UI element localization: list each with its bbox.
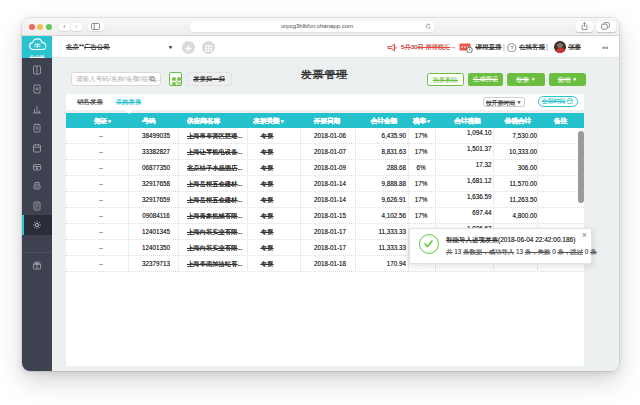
svg-text:?: ? [510, 44, 513, 50]
